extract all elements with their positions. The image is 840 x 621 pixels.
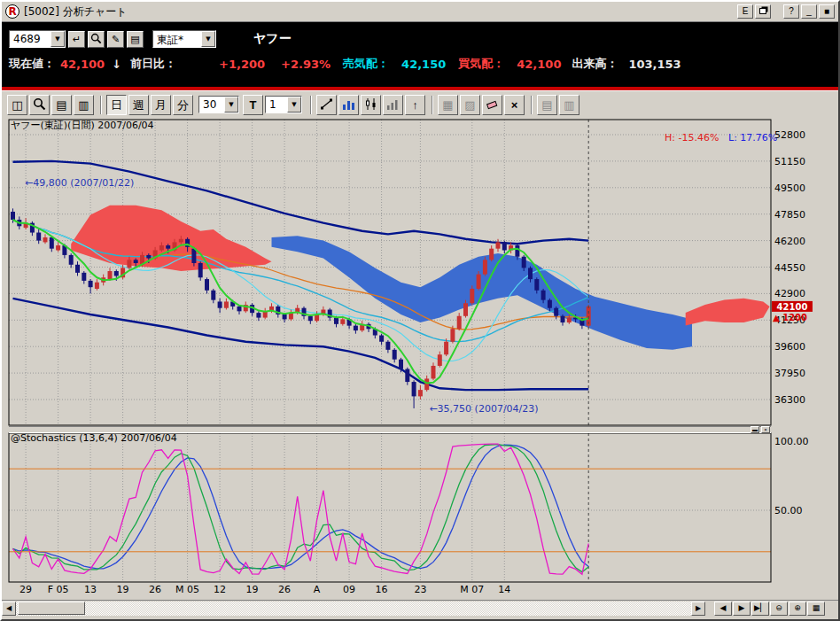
- svg-text:42100: 42100: [777, 302, 808, 312]
- svg-text:19: 19: [117, 584, 129, 595]
- document-grid-icon: ▥: [78, 99, 89, 111]
- scrollbar-track[interactable]: [16, 602, 691, 616]
- svg-text:39600: 39600: [774, 341, 805, 353]
- grid-settings-button[interactable]: ▦: [807, 602, 825, 616]
- svg-text:44550: 44550: [774, 262, 805, 274]
- svg-text:▲ 1200: ▲ 1200: [773, 313, 807, 322]
- stock-name: ヤフー: [253, 31, 292, 47]
- print-doc-icon: ▥: [564, 99, 574, 111]
- print-button[interactable]: ▥: [559, 95, 579, 115]
- svg-text:51150: 51150: [774, 156, 805, 167]
- tick-direction-icon: ↓: [112, 58, 121, 71]
- page-right-icon: ▶: [739, 603, 745, 612]
- document-icon: ▤: [56, 99, 66, 111]
- market-dropdown-button[interactable]: ▼: [201, 31, 215, 47]
- bar-chart-button[interactable]: [338, 95, 359, 115]
- scrollbar-thumb[interactable]: [18, 602, 85, 615]
- help-button[interactable]: ?: [783, 4, 799, 19]
- zoom-out-icon: ⊖: [775, 603, 782, 612]
- chevron-down-icon[interactable]: ▼: [287, 97, 301, 113]
- scroll-left-button[interactable]: ◀: [2, 602, 16, 616]
- svg-text:26: 26: [278, 584, 291, 595]
- zoom-in-icon: ⊕: [794, 603, 801, 612]
- zoom-tool-button[interactable]: [29, 95, 50, 115]
- svg-text:49500: 49500: [774, 182, 805, 194]
- symbol-code-combo[interactable]: 4689 ▼: [9, 30, 66, 48]
- symbol-go-button[interactable]: ↵: [68, 31, 85, 48]
- period-week-button[interactable]: 週: [128, 95, 149, 115]
- enter-icon: ↵: [73, 35, 81, 44]
- scroll-right-button[interactable]: ▶: [691, 602, 705, 616]
- period-day-button[interactable]: 日: [106, 95, 127, 115]
- trendline-icon: [320, 97, 333, 113]
- svg-text:13: 13: [84, 584, 97, 595]
- svg-text:26: 26: [149, 584, 161, 595]
- zoom-out-button[interactable]: ⊖: [770, 602, 788, 616]
- delete-drawing-button[interactable]: ×: [504, 95, 525, 115]
- indicator-close-button[interactable]: ×: [761, 426, 770, 433]
- volume-label: 出来高：: [572, 56, 618, 72]
- toolbar-separator: [531, 96, 533, 114]
- export-button[interactable]: ▤: [537, 95, 557, 115]
- panel-splitter[interactable]: [9, 426, 771, 433]
- minute-interval-select[interactable]: 30 ▼: [198, 96, 239, 113]
- grid-small-icon: ▦: [813, 603, 821, 612]
- delete-icon: ×: [511, 99, 518, 111]
- quote-row: 現在値： 42,100 ↓ 前日比： +1,200 +2.93% 売気配： 42…: [2, 50, 838, 77]
- page-right-button[interactable]: ▶: [733, 602, 751, 616]
- svg-text:←35,750 (2007/04/23): ←35,750 (2007/04/23): [429, 403, 538, 415]
- grid-icon: ▦: [442, 99, 453, 111]
- close-icon: ×: [764, 427, 767, 432]
- bar-chart-icon: [342, 97, 355, 113]
- text-tool-button[interactable]: T: [243, 95, 263, 115]
- symbol-code-value: 4689: [10, 31, 51, 47]
- svg-text:16: 16: [376, 584, 388, 595]
- chevron-down-icon[interactable]: ▼: [224, 97, 238, 113]
- app-logo-icon: R: [5, 4, 19, 19]
- grid-toggle-button[interactable]: ▦: [438, 95, 458, 115]
- new-chart-button[interactable]: ▤: [51, 95, 72, 115]
- eraser-button[interactable]: [482, 95, 502, 115]
- svg-text:12: 12: [214, 584, 226, 595]
- go-to-end-button[interactable]: ▶▏: [751, 602, 769, 616]
- shade-icon: ▨: [464, 99, 475, 111]
- svg-text:M 07: M 07: [460, 584, 484, 595]
- symbol-list-button[interactable]: ▤: [127, 31, 144, 48]
- line-width-select[interactable]: 1 ▼: [265, 96, 302, 113]
- chevron-down-glyph: ▼: [292, 101, 296, 108]
- bottom-scroll-row: ◀ ▶ ◀ ▶ ▶▏ ⊖ ⊕ ▦: [2, 600, 838, 616]
- save-chart-button[interactable]: ▥: [74, 95, 94, 115]
- scale-up-button[interactable]: ↑: [405, 95, 425, 115]
- copy-icon: [759, 8, 766, 14]
- chevron-down-icon: ▼: [55, 35, 59, 43]
- pan-tool-button[interactable]: ◫: [7, 95, 27, 115]
- page-left-button[interactable]: ◀: [714, 602, 732, 616]
- symbol-search-button[interactable]: [88, 31, 105, 48]
- period-minute-button[interactable]: 分: [173, 95, 193, 115]
- region-select-button[interactable]: ▨: [460, 95, 480, 115]
- market-combo[interactable]: 東証* ▼: [152, 30, 216, 48]
- symbol-code-dropdown-button[interactable]: ▼: [51, 31, 65, 47]
- period-month-button[interactable]: 月: [151, 95, 171, 115]
- quote-bar: 4689 ▼ ↵ ✎ ▤ 東証* ▼ ヤフー 現在値： 42,100 ↓ 前日比…: [2, 22, 838, 87]
- indicator-minimize-button[interactable]: ▬: [751, 426, 759, 433]
- maximize-button[interactable]: ■: [819, 4, 835, 19]
- price-and-stochastics-chart[interactable]: 5280051150495004785046200445504290041250…: [2, 118, 838, 600]
- change-label: 前日比：: [130, 56, 176, 72]
- trendline-tool-button[interactable]: [316, 95, 337, 115]
- symbol-edit-button[interactable]: ✎: [107, 31, 124, 48]
- volume-chart-button[interactable]: [383, 95, 403, 115]
- svg-text:19: 19: [246, 584, 259, 595]
- change-percent: +2.93%: [281, 58, 331, 71]
- candlestick-chart-button[interactable]: [361, 95, 381, 115]
- svg-text:50.00: 50.00: [774, 505, 803, 516]
- current-price-value: 42,100: [60, 58, 105, 71]
- svg-text:14: 14: [498, 584, 510, 595]
- title-bar: R [5002] 分析チャート E ? _ ■: [2, 2, 838, 22]
- copy-window-button[interactable]: [755, 4, 771, 19]
- minimize-button[interactable]: _: [801, 4, 817, 19]
- list-icon: ▤: [130, 35, 139, 44]
- zoom-in-button[interactable]: ⊕: [789, 602, 806, 616]
- analysis-chart-window: R [5002] 分析チャート E ? _ ■ 4689 ▼ ↵ ✎ ▤ 東証*…: [0, 0, 840, 621]
- external-link-button[interactable]: E: [737, 4, 753, 19]
